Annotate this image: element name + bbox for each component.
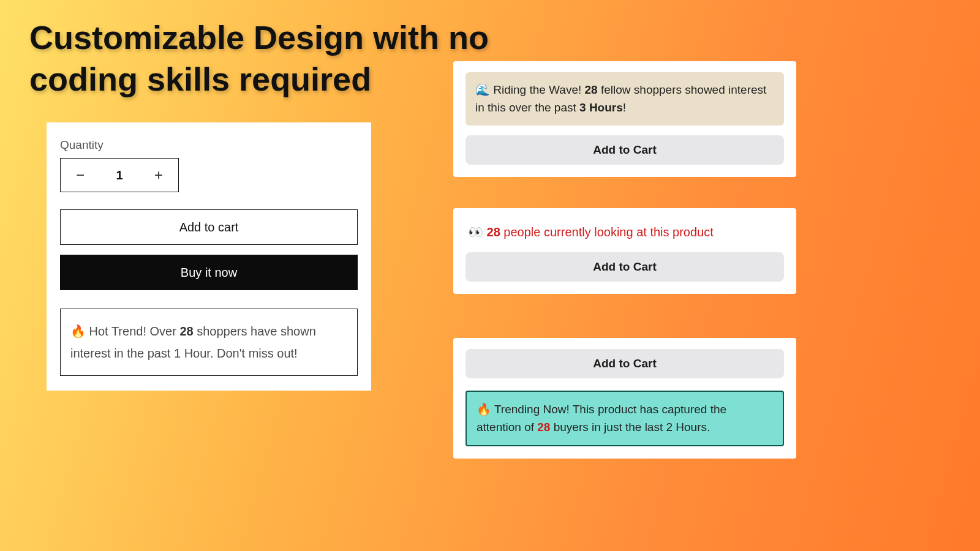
add-to-cart-button[interactable]: Add to Cart — [466, 135, 784, 165]
add-to-cart-button[interactable]: Add to Cart — [466, 252, 784, 282]
add-to-cart-button[interactable]: Add to Cart — [466, 349, 784, 378]
wave-icon: 🌊 — [475, 83, 490, 96]
eyes-count: 28 — [487, 225, 500, 239]
buy-now-button[interactable]: Buy it now — [60, 255, 358, 290]
trend-count: 28 — [179, 324, 193, 338]
example-card-wave: 🌊 Riding the Wave! 28 fellow shoppers sh… — [453, 61, 796, 177]
trending-count: 28 — [537, 421, 550, 433]
wave-notice: 🌊 Riding the Wave! 28 fellow shoppers sh… — [466, 72, 784, 126]
eyes-tail: people currently looking at this product — [500, 225, 714, 239]
wave-lead: Riding the Wave! — [490, 83, 585, 96]
trend-notice: 🔥 Hot Trend! Over 28 shoppers have shown… — [60, 309, 358, 376]
fire-icon: 🔥 — [477, 403, 491, 416]
quantity-stepper: − 1 + — [60, 158, 179, 192]
eyes-notice: 👀 28 people currently looking at this pr… — [466, 219, 784, 252]
quantity-decrease-button[interactable]: − — [61, 167, 100, 184]
eyes-icon: 👀 — [468, 225, 483, 239]
wave-time: 3 Hours — [579, 101, 623, 114]
example-card-trending: Add to Cart 🔥 Trending Now! This product… — [453, 338, 796, 459]
add-to-cart-button[interactable]: Add to cart — [60, 209, 358, 245]
fire-icon: 🔥 — [70, 324, 86, 338]
quantity-label: Quantity — [60, 138, 358, 152]
trend-lead: Hot Trend! Over — [86, 324, 179, 338]
wave-tail: ! — [623, 101, 626, 114]
quantity-increase-button[interactable]: + — [139, 167, 178, 184]
trending-notice: 🔥 Trending Now! This product has capture… — [466, 391, 784, 446]
product-card-left: Quantity − 1 + Add to cart Buy it now 🔥 … — [47, 122, 371, 391]
trending-tail: buyers in just the last 2 Hours. — [550, 421, 710, 433]
quantity-value: 1 — [100, 168, 139, 182]
wave-count: 28 — [585, 83, 598, 96]
example-card-eyes: 👀 28 people currently looking at this pr… — [453, 208, 796, 294]
